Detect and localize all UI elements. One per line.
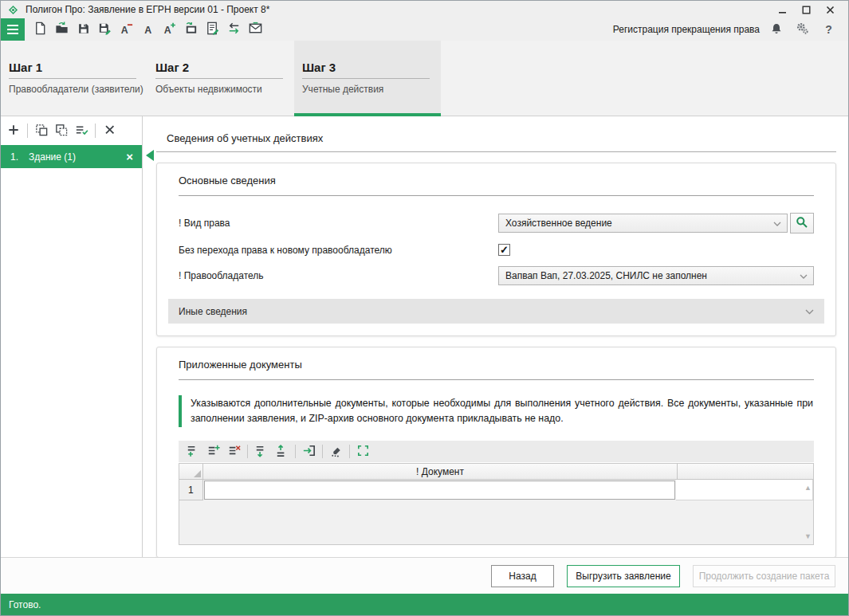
expand-table-button[interactable]	[353, 442, 373, 461]
right-type-search-button[interactable]	[790, 213, 814, 233]
close-x-icon	[103, 123, 116, 139]
tab-step-subtitle: Учетные действия	[302, 84, 430, 95]
font-increase-icon: А	[162, 21, 177, 38]
document-cell-input[interactable]	[204, 481, 676, 500]
corner-triangle-icon	[193, 469, 201, 477]
plus-icon	[6, 123, 21, 139]
main-panel: Сведения об учетных действиях Основные с…	[143, 116, 848, 557]
back-button[interactable]: Назад	[491, 565, 554, 587]
export-icon	[183, 21, 198, 38]
new-document-button[interactable]	[30, 19, 50, 40]
basic-info-card: Основные сведения ! Вид права Хозяйствен…	[156, 163, 836, 336]
save-button[interactable]	[73, 19, 93, 40]
clone-object-button[interactable]	[52, 121, 71, 140]
import-rows-button[interactable]	[299, 442, 319, 461]
save-icon	[77, 22, 91, 38]
page-title: Сведения об учетных действиях	[156, 129, 836, 152]
titlebar: Полигон Про: Заявление в ЕГРН версии 01 …	[1, 1, 848, 18]
add-object-button[interactable]	[4, 121, 23, 140]
tab-step-3[interactable]: Шаг 3 Учетные действия	[294, 41, 441, 116]
delete-object-button[interactable]	[100, 121, 119, 140]
settings-button[interactable]	[792, 19, 812, 40]
sidebar-toolbar	[1, 116, 142, 145]
bell-icon	[770, 22, 783, 37]
right-holder-row: ! Правообладатель Вапвап Вап, 27.03.2025…	[179, 266, 814, 285]
status-text: Готово.	[9, 599, 41, 610]
basic-info-heading: Основные сведения	[179, 163, 814, 196]
other-info-expander[interactable]: Иные сведения	[168, 299, 824, 324]
documents-table: ! Документ 1 ▲ ▼	[179, 463, 814, 545]
footer-bar: Назад Выгрузить заявление Продолжить соз…	[1, 557, 848, 594]
font-icon: А	[140, 21, 155, 38]
insert-row-button[interactable]	[203, 442, 223, 461]
toolbar-separator	[349, 445, 350, 458]
other-info-label: Иные сведения	[179, 306, 247, 317]
right-type-combobox[interactable]: Хозяйственное ведение	[498, 214, 788, 233]
close-button[interactable]	[818, 2, 842, 18]
copy-icon	[34, 123, 49, 139]
row-up-icon	[274, 443, 289, 461]
notifications-button[interactable]	[766, 19, 786, 40]
move-row-down-button[interactable]	[251, 442, 271, 461]
open-project-button[interactable]	[52, 19, 72, 40]
check-document-button[interactable]	[202, 19, 222, 40]
gears-icon	[796, 22, 809, 37]
font-decrease-button[interactable]: А	[116, 19, 136, 40]
chevron-down-icon	[800, 270, 808, 281]
export-button[interactable]	[181, 19, 201, 40]
add-row-icon	[185, 443, 200, 461]
eraser-button[interactable]	[326, 442, 346, 461]
check-list-button[interactable]	[72, 121, 91, 140]
toolbar-separator	[295, 445, 296, 458]
upload-application-button[interactable]: Выгрузить заявление	[567, 565, 680, 587]
step-tabbar: Шаг 1 Правообладатели (заявители) Шаг 2 …	[1, 41, 848, 116]
maximize-button[interactable]	[794, 2, 818, 18]
content: 1. Здание (1) × Сведения об учетных дейс…	[1, 116, 848, 557]
copy-object-button[interactable]	[32, 121, 51, 140]
app-logo-icon	[7, 4, 19, 16]
move-row-up-button[interactable]	[272, 442, 292, 461]
attached-documents-heading: Приложенные документы	[179, 347, 814, 380]
objects-sidebar: 1. Здание (1) ×	[1, 116, 143, 557]
right-type-row: ! Вид права Хозяйственное ведение	[179, 213, 814, 233]
tab-step-subtitle: Правообладатели (заявители)	[9, 84, 136, 95]
font-increase-button[interactable]: А	[159, 19, 179, 40]
transfer-button[interactable]	[224, 19, 244, 40]
row-number-cell[interactable]: 1	[179, 480, 203, 500]
mode-label: Регистрация прекращения права	[613, 24, 760, 35]
status-bar: Готово.	[1, 594, 848, 615]
attached-documents-card: Приложенные документы Указываются дополн…	[156, 347, 836, 557]
remove-object-icon[interactable]: ×	[126, 151, 133, 163]
add-row-button[interactable]	[183, 442, 202, 461]
save-as-icon	[97, 21, 112, 38]
tab-step-2[interactable]: Шаг 2 Объекты недвижимости	[147, 41, 294, 116]
scroll-up-icon[interactable]: ▲	[804, 485, 812, 492]
no-transfer-label: Без перехода права к новому правообладат…	[179, 245, 498, 256]
toolbar-separator	[95, 124, 96, 138]
mail-icon	[248, 21, 263, 38]
tab-step-1[interactable]: Шаг 1 Правообладатели (заявители)	[1, 41, 147, 116]
object-list-item-building[interactable]: 1. Здание (1) ×	[1, 145, 142, 168]
help-button[interactable]: ?	[819, 19, 839, 40]
mail-button[interactable]	[246, 19, 265, 40]
tab-step-title: Шаг 2	[155, 61, 283, 79]
table-corner-cell[interactable]	[179, 464, 203, 480]
tab-step-title: Шаг 1	[9, 61, 136, 79]
menu-button[interactable]	[1, 18, 25, 41]
save-as-button[interactable]	[95, 19, 115, 40]
continue-package-button[interactable]: Продолжить создание пакета	[693, 565, 835, 587]
right-holder-combobox[interactable]: Вапвап Вап, 27.03.2025, СНИЛС не заполне…	[498, 266, 814, 285]
chevron-down-icon	[805, 306, 814, 317]
no-transfer-checkbox[interactable]: ✓	[498, 244, 510, 256]
document-column-header[interactable]: ! Документ	[203, 464, 678, 480]
scroll-down-icon[interactable]: ▼	[804, 533, 812, 540]
extra-column-header[interactable]	[678, 464, 813, 480]
delete-row-button[interactable]	[224, 442, 244, 461]
search-icon	[796, 216, 808, 231]
toolbar-separator	[247, 445, 248, 458]
extra-cell[interactable]	[676, 480, 813, 500]
font-size-button[interactable]: А	[138, 19, 158, 40]
selected-item-marker-icon	[145, 149, 154, 162]
delete-row-icon	[226, 443, 242, 461]
minimize-button[interactable]	[770, 2, 794, 18]
